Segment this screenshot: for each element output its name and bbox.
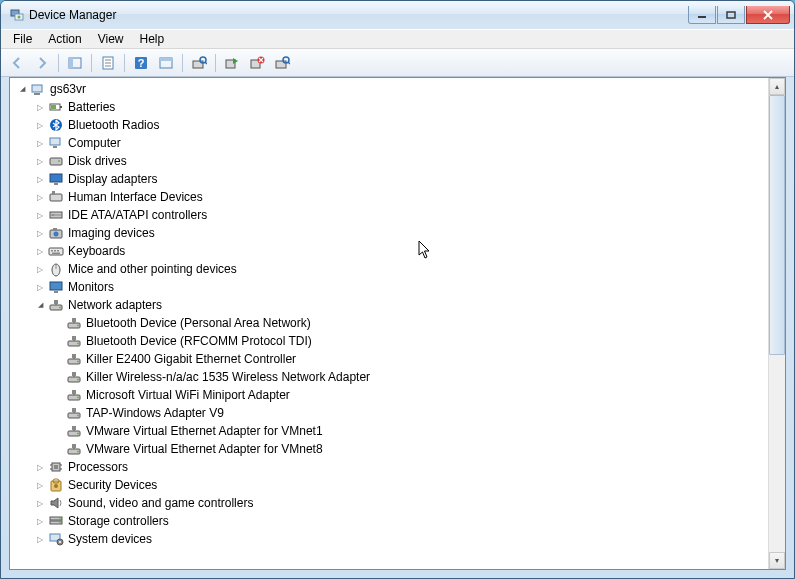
tree-device-node[interactable]: Killer Wireless-n/a/ac 1535 Wireless Net… [12, 368, 766, 386]
tree-device-node[interactable]: TAP-Windows Adapter V9 [12, 404, 766, 422]
back-button[interactable] [5, 52, 29, 74]
show-hide-tree-button[interactable] [63, 52, 87, 74]
tree-device-node[interactable]: Bluetooth Device (Personal Area Network) [12, 314, 766, 332]
tree-root-node[interactable]: gs63vr [12, 80, 766, 98]
expand-icon[interactable] [32, 225, 48, 241]
display-icon [48, 171, 64, 187]
svg-point-59 [77, 325, 79, 327]
properties-button[interactable] [96, 52, 120, 74]
svg-rect-14 [160, 58, 172, 61]
svg-rect-65 [72, 354, 76, 358]
sound-icon [48, 495, 64, 511]
tree-node-label: Network adapters [68, 298, 162, 312]
tree-category-monitor[interactable]: Monitors [12, 278, 766, 296]
tree-category-network[interactable]: Network adapters [12, 296, 766, 314]
svg-point-41 [54, 232, 59, 237]
collapse-icon[interactable] [32, 297, 48, 313]
help-button[interactable]: ? [129, 52, 153, 74]
action-button[interactable] [154, 52, 178, 74]
tree-category-cpu[interactable]: Processors [12, 458, 766, 476]
expand-icon[interactable] [32, 261, 48, 277]
svg-point-103 [59, 541, 61, 543]
svg-point-87 [77, 451, 79, 453]
tree-node-label: Human Interface Devices [68, 190, 203, 204]
expand-icon[interactable] [32, 279, 48, 295]
tree-category-mouse[interactable]: Mice and other pointing devices [12, 260, 766, 278]
expand-icon[interactable] [32, 513, 48, 529]
svg-text:?: ? [138, 57, 145, 69]
tree-category-hid[interactable]: Human Interface Devices [12, 188, 766, 206]
expand-icon[interactable] [32, 531, 48, 547]
expand-icon[interactable] [32, 477, 48, 493]
svg-rect-28 [51, 105, 56, 109]
expand-icon[interactable] [32, 189, 48, 205]
forward-button[interactable] [30, 52, 54, 74]
menu-help[interactable]: Help [132, 30, 173, 48]
tree-category-sound[interactable]: Sound, video and game controllers [12, 494, 766, 512]
svg-rect-44 [51, 250, 53, 252]
tree-category-computer[interactable]: Computer [12, 134, 766, 152]
tree-category-system[interactable]: System devices [12, 530, 766, 548]
tree-category-bluetooth[interactable]: Bluetooth Radios [12, 116, 766, 134]
collapse-icon[interactable] [14, 81, 30, 97]
vertical-scrollbar[interactable]: ▴ ▾ [768, 78, 785, 569]
close-button[interactable] [746, 6, 790, 24]
scan-hardware-button[interactable] [187, 52, 211, 74]
tree-device-node[interactable]: Killer E2400 Gigabit Ethernet Controller [12, 350, 766, 368]
tree-node-label: gs63vr [50, 82, 86, 96]
tree-spacer [50, 441, 66, 457]
svg-point-75 [77, 397, 79, 399]
tree-category-imaging[interactable]: Imaging devices [12, 224, 766, 242]
svg-point-67 [77, 361, 79, 363]
tree-device-node[interactable]: VMware Virtual Ethernet Adapter for VMne… [12, 422, 766, 440]
scroll-up-button[interactable]: ▴ [769, 78, 785, 95]
maximize-button[interactable] [717, 6, 745, 24]
tree-category-keyboard[interactable]: Keyboards [12, 242, 766, 260]
minimize-button[interactable] [688, 6, 716, 24]
tree-node-label: Display adapters [68, 172, 157, 186]
computer-icon [48, 135, 64, 151]
tree-category-battery[interactable]: Batteries [12, 98, 766, 116]
app-icon [9, 7, 25, 23]
expand-icon[interactable] [32, 171, 48, 187]
menu-file[interactable]: File [5, 30, 40, 48]
expand-icon[interactable] [32, 99, 48, 115]
expand-icon[interactable] [32, 135, 48, 151]
svg-rect-32 [50, 158, 62, 165]
scroll-down-button[interactable]: ▾ [769, 552, 785, 569]
uninstall-button[interactable] [245, 52, 269, 74]
expand-icon[interactable] [32, 495, 48, 511]
tree-category-ide[interactable]: IDE ATA/ATAPI controllers [12, 206, 766, 224]
tree-device-node[interactable]: Microsoft Virtual WiFi Miniport Adapter [12, 386, 766, 404]
menu-action[interactable]: Action [40, 30, 89, 48]
tree-node-label: System devices [68, 532, 152, 546]
tree-node-label: Keyboards [68, 244, 125, 258]
expand-icon[interactable] [32, 117, 48, 133]
titlebar[interactable]: Device Manager [1, 1, 794, 29]
tree-device-node[interactable]: Bluetooth Device (RFCOMM Protocol TDI) [12, 332, 766, 350]
tree-category-disk[interactable]: Disk drives [12, 152, 766, 170]
imaging-icon [48, 225, 64, 241]
expand-icon[interactable] [32, 207, 48, 223]
expand-icon[interactable] [32, 459, 48, 475]
menu-view[interactable]: View [90, 30, 132, 48]
storage-icon [48, 513, 64, 529]
scroll-thumb[interactable] [769, 95, 785, 355]
tree-category-display[interactable]: Display adapters [12, 170, 766, 188]
svg-rect-85 [72, 444, 76, 448]
tree-category-security[interactable]: Security Devices [12, 476, 766, 494]
ide-icon [48, 207, 64, 223]
tree-spacer [50, 315, 66, 331]
update-driver-button[interactable] [270, 52, 294, 74]
enable-button[interactable] [220, 52, 244, 74]
network-icon [66, 387, 82, 403]
expand-icon[interactable] [32, 153, 48, 169]
tree-category-storage[interactable]: Storage controllers [12, 512, 766, 530]
tree-device-node[interactable]: VMware Virtual Ethernet Adapter for VMne… [12, 440, 766, 458]
device-tree[interactable]: gs63vrBatteriesBluetooth RadiosComputerD… [10, 78, 768, 569]
expand-icon[interactable] [32, 243, 48, 259]
network-icon [66, 441, 82, 457]
tree-node-label: Disk drives [68, 154, 127, 168]
hid-icon [48, 189, 64, 205]
network-icon [66, 405, 82, 421]
